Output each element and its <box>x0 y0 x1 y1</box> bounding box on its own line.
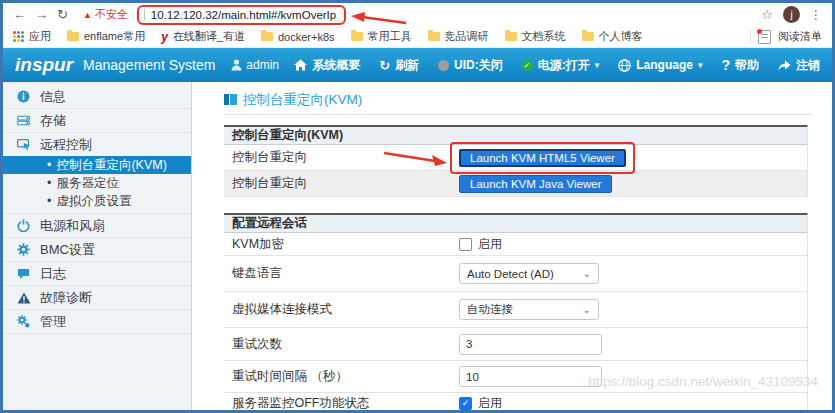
retry-interval-input[interactable] <box>459 366 602 387</box>
sidebar: 信息 存储 远程控制 • 控制台重定向(KVM) <box>3 82 192 411</box>
table-row: KVM加密 ✓ 启用 <box>224 233 807 256</box>
table-row: 控制台重定向 Launch KVM HTML5 Viewer <box>224 145 807 171</box>
sidebar-item-management[interactable]: 管理 <box>3 310 191 333</box>
select-value: Auto Detect (AD) <box>467 268 554 280</box>
bookmark-youdao[interactable]: y 在线翻译_有道 <box>161 29 245 44</box>
retry-count-input[interactable] <box>459 334 602 355</box>
bookmark-folder[interactable]: 常用工具 <box>351 29 412 44</box>
nav-label: 帮助 <box>735 57 759 74</box>
sidebar-subitem-kvm[interactable]: • 控制台重定向(KVM) <box>3 156 191 174</box>
launch-kvm-html5-button[interactable]: Launch KVM HTML5 Viewer <box>459 149 626 167</box>
bookmark-folder[interactable]: enflame常用 <box>67 29 145 44</box>
nav-uid-status[interactable]: UID:关闭 <box>438 57 503 74</box>
launch-kvm-java-button[interactable]: Launch KVM Java Viewer <box>459 175 612 193</box>
address-bar[interactable]: 10.12.120.32/main.html#/kvmOverIp <box>137 5 346 25</box>
forward-icon[interactable]: → <box>35 8 48 21</box>
refresh-icon: ↻ <box>379 58 390 73</box>
kvm-encryption-checkbox[interactable]: ✓ <box>459 238 472 251</box>
checkbox-label: 启用 <box>478 395 502 412</box>
sidebar-item-storage[interactable]: 存储 <box>3 109 191 132</box>
screenshot-frame: ← → ↻ ▲ 不安全 10.12.120.32/main.html#/kvmO… <box>0 0 835 413</box>
sidebar-item-power-fan[interactable]: 电源和风扇 <box>3 214 191 237</box>
reading-list-icon <box>758 30 771 44</box>
info-icon <box>16 90 31 103</box>
sidebar-subitem-virtual-media[interactable]: • 虚拟介质设置 <box>3 192 191 210</box>
nav-label: Language <box>636 58 693 72</box>
user-icon <box>231 59 242 71</box>
bookmark-folder[interactable]: 个人博客 <box>582 29 643 44</box>
nav-language[interactable]: Language ▾ <box>618 58 702 72</box>
main-content: 控制台重定向(KVM) 控制台重定向(KVM) 控制台重定向 Launch KV… <box>192 82 832 411</box>
chevron-down-icon: ▾ <box>595 60 600 70</box>
sidebar-item-logs[interactable]: 日志 <box>3 262 191 285</box>
bullet-icon: • <box>47 158 51 172</box>
setting-label: 虚拟媒体连接模式 <box>224 292 451 327</box>
sidebar-item-remote-control[interactable]: 远程控制 <box>3 133 191 156</box>
logout-icon <box>778 60 791 71</box>
bookmark-label: 竞品调研 <box>445 29 489 44</box>
check-icon: ✓ <box>462 399 470 408</box>
url-text[interactable]: 10.12.120.32/main.html#/kvmOverIp <box>151 9 336 21</box>
sidebar-item-label: 日志 <box>40 265 66 283</box>
monitor-off-checkbox[interactable]: ✓ <box>459 397 472 410</box>
page-title-icon <box>224 94 237 105</box>
sidebar-item-label: 远程控制 <box>40 136 92 154</box>
sidebar-item-info[interactable]: 信息 <box>3 85 191 108</box>
chevron-down-icon: ⌄ <box>583 304 591 315</box>
chevron-down-icon: ▾ <box>698 60 703 70</box>
nav-help[interactable]: ? 帮助 <box>721 57 759 74</box>
sidebar-item-label: 故障诊断 <box>40 289 92 307</box>
sidebar-item-diagnosis[interactable]: 故障诊断 <box>3 286 191 309</box>
bullet-icon: • <box>47 194 51 208</box>
reload-icon[interactable]: ↻ <box>57 8 68 21</box>
setting-label: 控制台重定向 <box>224 145 451 170</box>
bookmark-folder[interactable]: 竞品调研 <box>428 29 489 44</box>
nav-logout[interactable]: 注销 <box>778 57 820 74</box>
power-fan-icon <box>16 219 31 232</box>
browser-toolbar: ← → ↻ ▲ 不安全 10.12.120.32/main.html#/kvmO… <box>3 3 832 26</box>
setting-label: 控制台重定向 <box>224 171 451 196</box>
user-name: admin <box>246 58 279 72</box>
power-on-icon: ✓ <box>522 60 533 71</box>
bookmark-folder[interactable]: 文档系统 <box>505 29 566 44</box>
keyboard-language-select[interactable]: Auto Detect (AD) ⌄ <box>459 263 599 284</box>
current-user[interactable]: admin <box>231 58 279 72</box>
page-title-text: 控制台重定向(KVM) <box>243 91 362 109</box>
folder-icon <box>261 32 273 41</box>
inspur-logo: inspur <box>15 54 73 76</box>
nav-power-status[interactable]: ✓ 电源:打开 ▾ <box>522 57 600 74</box>
bookmarks-bar: 应用 enflame常用 y 在线翻译_有道 docker+k8s 常用工具 竞… <box>3 26 832 48</box>
check-icon: ✓ <box>524 61 531 70</box>
back-icon[interactable]: ← <box>13 8 26 21</box>
sidebar-subitem-label: 控制台重定向(KVM) <box>56 157 166 174</box>
nav-label: UID:关闭 <box>454 57 503 74</box>
sidebar-item-label: BMC设置 <box>40 241 95 259</box>
sidebar-subitem-server-locate[interactable]: • 服务器定位 <box>3 174 191 192</box>
chip-separator <box>144 9 145 20</box>
profile-avatar[interactable]: j <box>783 6 800 23</box>
nav-system-overview[interactable]: 系统概要 <box>294 57 360 74</box>
watermark: https://blog.csdn.net/weixin_43109534 <box>588 374 818 389</box>
chrome-menu-icon[interactable]: ⋮ <box>810 8 822 22</box>
table-row: 重试次数 <box>224 328 807 361</box>
bookmark-star-icon[interactable]: ☆ <box>761 7 773 22</box>
sidebar-item-label: 存储 <box>40 112 66 130</box>
bookmark-apps[interactable]: 应用 <box>13 29 51 44</box>
folder-icon <box>582 32 594 41</box>
table-row: 服务器监控OFF功能状态 ✓ 启用 <box>224 393 807 411</box>
sidebar-item-bmc-settings[interactable]: BMC设置 <box>3 238 191 261</box>
sidebar-item-label: 管理 <box>40 313 66 331</box>
folder-icon <box>351 32 363 41</box>
sidebar-subitem-label: 虚拟介质设置 <box>56 193 131 210</box>
header-nav: 系统概要 ↻ 刷新 UID:关闭 ✓ 电源:打开 ▾ Language ▾ ? <box>294 57 820 74</box>
setting-label: KVM加密 <box>224 233 451 255</box>
nav-refresh[interactable]: ↻ 刷新 <box>379 57 419 74</box>
gears-icon <box>16 315 31 328</box>
table-row: 键盘语言 Auto Detect (AD) ⌄ <box>224 256 807 292</box>
bookmark-label: enflame常用 <box>84 29 145 44</box>
virtual-media-mode-select[interactable]: 自动连接 ⌄ <box>459 299 599 320</box>
security-chip[interactable]: ▲ 不安全 <box>83 7 128 22</box>
setting-label: 重试次数 <box>224 328 451 360</box>
bookmark-folder[interactable]: docker+k8s <box>261 31 335 43</box>
reading-list[interactable]: 阅读清单 <box>750 29 822 44</box>
